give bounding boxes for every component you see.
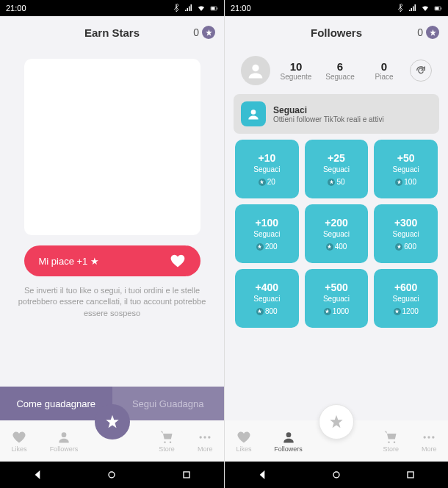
star-icon [328,414,344,430]
package-cost: 1200 [394,307,419,315]
star-icon [324,308,331,315]
package-cost: 600 [395,243,416,251]
package-item[interactable]: +10 Seguaci 20 [235,140,299,198]
bottom-nav: Likes Followers Store More [225,420,448,462]
cart-icon [383,430,398,445]
like-button-label: Mi piace +1 ★ [39,256,99,267]
stat-likes: 0 Piace [366,60,402,81]
svg-point-27 [432,436,434,438]
star-balance[interactable]: 0 [193,26,215,39]
nav-store[interactable]: Store [383,430,400,453]
profile-stats-row: 10 Seguente 6 Seguace 0 Piace [234,51,439,93]
status-time: 21:00 [231,4,251,12]
package-item[interactable]: +25 Seguaci 50 [305,140,369,198]
svg-point-6 [62,432,67,437]
nav-more[interactable]: More [198,430,213,453]
package-cost: 800 [256,307,278,315]
wifi-icon [197,4,206,12]
battery-icon [209,4,218,12]
package-cost: 20 [259,178,275,186]
star-icon [395,179,402,186]
heart-icon [170,253,186,269]
signal-icon [184,4,193,12]
svg-point-7 [164,441,166,443]
battery-icon [433,4,442,12]
star-icon [104,414,120,430]
more-icon [422,430,436,445]
bluetooth-icon [172,4,181,12]
svg-point-8 [170,441,172,443]
refresh-button[interactable] [410,60,432,82]
star-balance[interactable]: 0 [417,26,439,39]
back-icon[interactable] [256,469,268,481]
star-icon [426,26,439,39]
header: Followers 0 [225,16,448,49]
package-grid: +10 Seguaci 20 +25 Seguaci 50 +50 Seguac… [234,140,439,328]
home-icon[interactable] [330,469,342,481]
content-card[interactable] [24,59,200,235]
svg-point-24 [394,441,396,443]
followers-banner[interactable]: Seguaci Ottieni follower TikTok reali e … [234,94,439,134]
package-cost: 400 [326,243,347,251]
nav-followers[interactable]: Followers [274,430,303,453]
status-bar: 21:00 [225,0,448,16]
svg-rect-4 [217,8,217,10]
package-label: Seguaci [393,295,419,303]
status-bar: 21:00 [0,0,224,16]
package-label: Seguaci [323,165,350,173]
svg-point-28 [333,472,339,478]
stat-following: 10 Seguente [278,60,314,81]
package-cost: 100 [395,178,416,186]
package-cost: 50 [328,178,344,186]
back-icon[interactable] [32,469,43,481]
banner-subtitle: Ottieni follower TikTok reali e attivi [273,115,384,123]
package-item[interactable]: +200 Seguaci 400 [305,204,369,263]
page-title: Followers [311,26,362,39]
package-amount: +100 [256,217,279,229]
package-item[interactable]: +600 Seguaci 1200 [374,269,438,328]
recent-icon[interactable] [181,469,192,481]
star-icon [259,179,266,186]
package-label: Seguaci [323,295,350,303]
person-badge-icon [241,101,266,126]
bottom-nav: Likes Followers Store More [0,420,224,462]
content-area: 10 Seguente 6 Seguace 0 Piace [225,49,448,420]
heart-icon [12,430,26,445]
person-icon [57,430,71,445]
svg-rect-29 [408,472,413,478]
package-item[interactable]: +100 Seguaci 200 [235,204,299,263]
more-icon [198,430,212,445]
package-item[interactable]: +400 Seguaci 800 [235,269,299,328]
tab-follow-earn[interactable]: Segui Guadagna [112,387,225,420]
nav-followers[interactable]: Followers [50,430,79,453]
svg-point-9 [200,436,202,438]
like-button[interactable]: Mi piace +1 ★ [24,245,200,276]
home-icon[interactable] [106,469,118,481]
person-icon [245,60,266,81]
nav-fab[interactable] [319,404,354,439]
package-cost: 200 [256,243,278,251]
nav-more[interactable]: More [422,430,437,453]
nav-likes[interactable]: Likes [12,430,27,453]
star-count: 0 [193,26,199,38]
stat-followers: 6 Seguace [322,60,358,81]
star-icon [394,308,401,315]
signal-icon [408,4,417,12]
avatar[interactable] [241,56,270,85]
nav-fab[interactable] [95,404,130,439]
nav-store[interactable]: Store [159,430,175,453]
package-amount: +500 [325,281,348,293]
package-amount: +10 [258,152,275,164]
package-cost: 1000 [324,307,349,315]
nav-likes[interactable]: Likes [236,430,251,453]
recent-icon[interactable] [405,469,416,481]
package-item[interactable]: +500 Seguaci 1000 [305,269,369,328]
package-amount: +25 [328,152,345,164]
person-icon [281,430,296,445]
svg-rect-5 [212,7,215,10]
package-item[interactable]: +300 Seguaci 600 [374,204,438,263]
package-item[interactable]: +50 Seguaci 100 [374,140,438,198]
svg-point-20 [252,65,259,71]
package-label: Seguaci [253,295,280,303]
package-label: Seguaci [393,230,419,238]
